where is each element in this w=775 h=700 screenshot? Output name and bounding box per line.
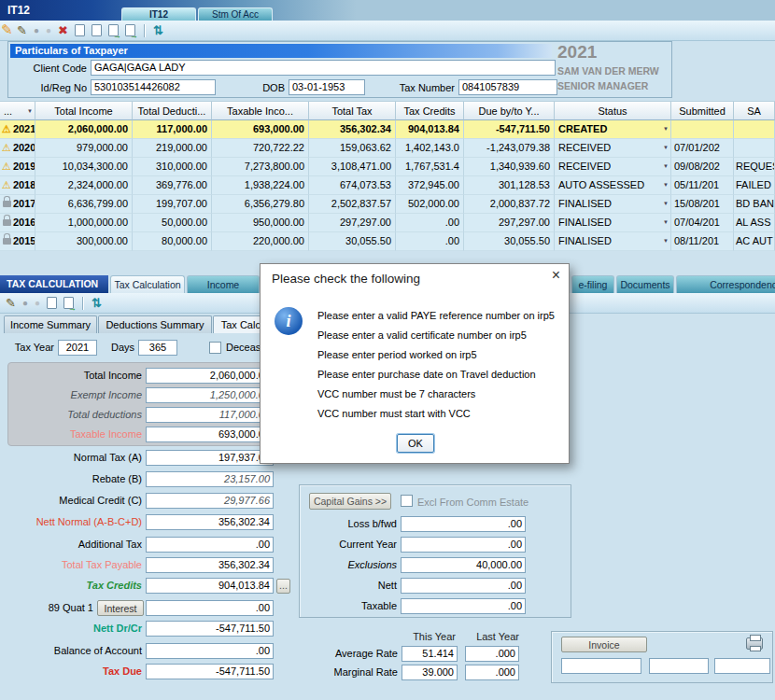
interest-button[interactable]: Interest bbox=[97, 600, 144, 616]
col-sa[interactable]: SA bbox=[734, 102, 775, 120]
tab-it12[interactable]: IT12 bbox=[121, 7, 196, 21]
days-field[interactable]: 365 bbox=[138, 340, 177, 356]
status-dropdown[interactable]: AUTO ASSESSED▼ bbox=[555, 176, 671, 195]
cell-taxable-income: 720,722.22 bbox=[212, 139, 309, 158]
table-row[interactable]: ⚠2019 10,034,300.00 310,000.00 7,273,800… bbox=[0, 158, 775, 176]
marginal-rate-this-year-field[interactable]: 39.000 bbox=[402, 665, 458, 680]
subtab-income-summary[interactable]: Income Summary bbox=[4, 315, 97, 333]
tab-documents[interactable]: Documents bbox=[616, 275, 674, 293]
copy-icon[interactable] bbox=[75, 24, 85, 36]
balance-of-account-field[interactable]: .00 bbox=[146, 643, 274, 659]
copy-icon[interactable] bbox=[47, 297, 57, 309]
additional-tax-field[interactable]: .00 bbox=[146, 537, 274, 553]
export-icon[interactable] bbox=[63, 297, 74, 309]
total-tax-payable-field[interactable]: 356,302.34 bbox=[146, 557, 274, 573]
nett-field[interactable]: .00 bbox=[401, 578, 526, 594]
table-row[interactable]: ⚠2018 2,324,000.00 369,776.00 1,938,224.… bbox=[0, 176, 775, 195]
col-total-deductions[interactable]: Total Deducti... bbox=[133, 102, 212, 120]
record-icon[interactable]: ● bbox=[35, 294, 40, 313]
cell-due: -547,711.50 bbox=[464, 120, 555, 139]
current-year-field[interactable]: .00 bbox=[401, 537, 526, 553]
tax-number-field[interactable]: 0841057839 bbox=[458, 79, 557, 95]
import-icon[interactable] bbox=[125, 24, 135, 36]
deceased-checkbox[interactable] bbox=[209, 342, 221, 354]
col-submitted[interactable]: Submitted bbox=[671, 102, 734, 120]
tax-year-field[interactable]: 2021 bbox=[58, 340, 97, 356]
client-code-field[interactable]: GAGA|GAGA LADY bbox=[91, 60, 556, 76]
status-dropdown[interactable]: RECEIVED▼ bbox=[555, 139, 671, 158]
edit-icon[interactable]: ✎ bbox=[17, 21, 27, 40]
col-total-tax[interactable]: Total Tax bbox=[309, 102, 396, 120]
close-icon[interactable]: × bbox=[552, 267, 560, 284]
tab-income[interactable]: Income bbox=[187, 275, 260, 293]
status-dropdown[interactable]: FINALISED▼ bbox=[555, 232, 671, 251]
edit-icon[interactable]: ✎ bbox=[6, 294, 16, 313]
total-income-field[interactable]: 2,060,000.00 bbox=[146, 368, 274, 384]
average-rate-this-year-field[interactable]: 51.414 bbox=[402, 646, 458, 662]
taxable-label: Taxable bbox=[303, 598, 397, 614]
invoice-button[interactable]: Invoice bbox=[561, 637, 647, 652]
table-row[interactable]: ⚠2020 979,000.00 219,000.00 720,722.22 1… bbox=[0, 139, 775, 158]
status-dropdown[interactable]: RECEIVED▼ bbox=[555, 158, 671, 176]
refresh-icon[interactable]: ⇅ bbox=[153, 21, 163, 40]
invoice-field-1[interactable] bbox=[561, 658, 641, 674]
lock-icon bbox=[3, 201, 11, 207]
status-dropdown[interactable]: CREATED▼ bbox=[555, 120, 671, 139]
total-deductions-field[interactable]: 117,000.00 bbox=[146, 407, 274, 423]
col-due[interactable]: Due by/to Y... bbox=[464, 102, 555, 120]
excl-comm-estate-checkbox[interactable] bbox=[401, 495, 413, 507]
subtab-deductions-summary[interactable]: Deductions Summary bbox=[98, 315, 212, 333]
chevron-down-icon: ▼ bbox=[27, 102, 33, 120]
stop-icon[interactable]: ● bbox=[34, 21, 39, 40]
taxable-field[interactable]: .00 bbox=[401, 598, 526, 614]
status-dropdown[interactable]: FINALISED▼ bbox=[555, 195, 671, 214]
col-tax-credits[interactable]: Tax Credits bbox=[396, 102, 464, 120]
normal-tax-field[interactable]: 197,937.00 bbox=[146, 450, 274, 466]
dialog-message: Please enter purchase date on Travel ded… bbox=[317, 365, 555, 385]
col-total-income[interactable]: Total Income bbox=[35, 102, 133, 120]
id-reg-field[interactable]: 530103514426082 bbox=[91, 79, 216, 95]
table-row[interactable]: 2015 300,000.00 80,000.00 220,000.00 30,… bbox=[0, 232, 775, 251]
average-rate-last-year-field[interactable]: .000 bbox=[465, 646, 519, 662]
exclusions-field[interactable]: 40,000.00 bbox=[401, 557, 526, 573]
tab-e-filing[interactable]: e-filing bbox=[571, 275, 614, 293]
tax-due-field[interactable]: -547,711.50 bbox=[146, 664, 274, 679]
tab-tax-calculation[interactable]: Tax Calculation bbox=[110, 275, 185, 293]
tax-credits-field[interactable]: 904,013.84 bbox=[146, 578, 274, 594]
table-row[interactable]: ⚠2021 2,060,000.00 117,000.00 693,000.00… bbox=[0, 120, 775, 139]
nett-normal-field[interactable]: 356,302.34 bbox=[146, 514, 274, 530]
exempt-income-field[interactable]: 1,250,000.00 bbox=[146, 387, 274, 403]
dob-field[interactable]: 03-01-1953 bbox=[289, 79, 365, 95]
tax-credits-ellipsis-button[interactable]: ... bbox=[276, 579, 290, 594]
nett-dr-cr-field[interactable]: -547,711.50 bbox=[146, 621, 274, 637]
chevron-down-icon: ▼ bbox=[663, 232, 669, 250]
marginal-rate-last-year-field[interactable]: .000 bbox=[465, 665, 519, 680]
ok-button[interactable]: OK bbox=[397, 434, 434, 453]
status-dropdown[interactable]: FINALISED▼ bbox=[555, 214, 671, 232]
taxable-income-field[interactable]: 693,000.00 bbox=[146, 427, 274, 442]
invoice-field-2[interactable] bbox=[649, 658, 709, 674]
dialog-message: Please enter a valid certificate number … bbox=[317, 326, 555, 345]
loss-bfwd-field[interactable]: .00 bbox=[401, 516, 526, 532]
delete-icon[interactable]: ✖ bbox=[58, 21, 68, 40]
col-taxable-income[interactable]: Taxable Inco... bbox=[212, 102, 309, 120]
titlebar: IT12 IT12 Stm Of Acc bbox=[0, 0, 775, 21]
rebate-field[interactable]: 23,157.00 bbox=[146, 471, 274, 487]
tab-correspondence[interactable]: Correspondence bbox=[676, 275, 775, 293]
medical-credit-field[interactable]: 29,977.66 bbox=[146, 493, 274, 509]
capital-gains-button[interactable]: Capital Gains >> bbox=[309, 493, 391, 510]
record-icon[interactable]: ● bbox=[46, 21, 51, 40]
col-status[interactable]: Status bbox=[555, 102, 671, 120]
export-icon[interactable] bbox=[108, 24, 119, 36]
printer-icon[interactable] bbox=[746, 637, 763, 650]
table-row[interactable]: 2016 1,000,000.00 50,000.00 950,000.00 2… bbox=[0, 214, 775, 232]
stop-icon[interactable]: ● bbox=[22, 294, 28, 313]
table-row[interactable]: 2017 6,636,799.00 199,707.00 6,356,279.8… bbox=[0, 195, 775, 214]
cell-due: 2,000,837.72 bbox=[464, 195, 555, 214]
refresh-icon[interactable]: ⇅ bbox=[92, 294, 102, 313]
invoice-field-3[interactable] bbox=[714, 658, 770, 674]
filter-header[interactable]: ...▼ bbox=[0, 102, 35, 120]
tab-stm-of-acc[interactable]: Stm Of Acc bbox=[198, 7, 273, 21]
quat-field[interactable]: .00 bbox=[146, 600, 274, 616]
paste-icon[interactable] bbox=[92, 24, 102, 36]
